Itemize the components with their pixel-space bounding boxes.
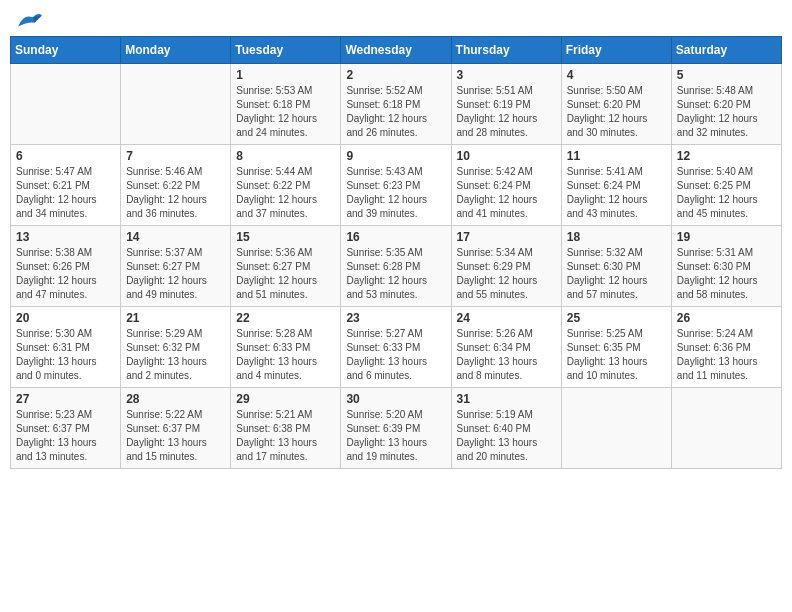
calendar-cell: 19Sunrise: 5:31 AM Sunset: 6:30 PM Dayli…	[671, 226, 781, 307]
day-info: Sunrise: 5:29 AM Sunset: 6:32 PM Dayligh…	[126, 327, 225, 383]
day-number: 23	[346, 311, 445, 325]
day-number: 16	[346, 230, 445, 244]
day-number: 19	[677, 230, 776, 244]
calendar-cell: 11Sunrise: 5:41 AM Sunset: 6:24 PM Dayli…	[561, 145, 671, 226]
calendar-cell: 1Sunrise: 5:53 AM Sunset: 6:18 PM Daylig…	[231, 64, 341, 145]
calendar-cell: 25Sunrise: 5:25 AM Sunset: 6:35 PM Dayli…	[561, 307, 671, 388]
day-number: 25	[567, 311, 666, 325]
page-header	[10, 10, 782, 28]
day-number: 6	[16, 149, 115, 163]
day-number: 26	[677, 311, 776, 325]
day-info: Sunrise: 5:43 AM Sunset: 6:23 PM Dayligh…	[346, 165, 445, 221]
logo	[14, 10, 44, 28]
calendar-cell: 28Sunrise: 5:22 AM Sunset: 6:37 PM Dayli…	[121, 388, 231, 469]
day-info: Sunrise: 5:46 AM Sunset: 6:22 PM Dayligh…	[126, 165, 225, 221]
day-info: Sunrise: 5:48 AM Sunset: 6:20 PM Dayligh…	[677, 84, 776, 140]
day-info: Sunrise: 5:23 AM Sunset: 6:37 PM Dayligh…	[16, 408, 115, 464]
calendar-cell: 21Sunrise: 5:29 AM Sunset: 6:32 PM Dayli…	[121, 307, 231, 388]
day-info: Sunrise: 5:30 AM Sunset: 6:31 PM Dayligh…	[16, 327, 115, 383]
day-number: 14	[126, 230, 225, 244]
day-number: 9	[346, 149, 445, 163]
day-number: 13	[16, 230, 115, 244]
logo-bird-icon	[16, 10, 44, 32]
calendar-cell: 26Sunrise: 5:24 AM Sunset: 6:36 PM Dayli…	[671, 307, 781, 388]
day-info: Sunrise: 5:51 AM Sunset: 6:19 PM Dayligh…	[457, 84, 556, 140]
calendar-cell: 27Sunrise: 5:23 AM Sunset: 6:37 PM Dayli…	[11, 388, 121, 469]
day-info: Sunrise: 5:37 AM Sunset: 6:27 PM Dayligh…	[126, 246, 225, 302]
calendar-cell: 16Sunrise: 5:35 AM Sunset: 6:28 PM Dayli…	[341, 226, 451, 307]
day-info: Sunrise: 5:41 AM Sunset: 6:24 PM Dayligh…	[567, 165, 666, 221]
day-info: Sunrise: 5:44 AM Sunset: 6:22 PM Dayligh…	[236, 165, 335, 221]
day-of-week-header: Tuesday	[231, 37, 341, 64]
day-info: Sunrise: 5:50 AM Sunset: 6:20 PM Dayligh…	[567, 84, 666, 140]
calendar-cell: 6Sunrise: 5:47 AM Sunset: 6:21 PM Daylig…	[11, 145, 121, 226]
day-number: 8	[236, 149, 335, 163]
calendar-cell: 5Sunrise: 5:48 AM Sunset: 6:20 PM Daylig…	[671, 64, 781, 145]
calendar-cell: 22Sunrise: 5:28 AM Sunset: 6:33 PM Dayli…	[231, 307, 341, 388]
day-info: Sunrise: 5:35 AM Sunset: 6:28 PM Dayligh…	[346, 246, 445, 302]
day-number: 20	[16, 311, 115, 325]
calendar-cell: 17Sunrise: 5:34 AM Sunset: 6:29 PM Dayli…	[451, 226, 561, 307]
day-number: 1	[236, 68, 335, 82]
calendar-cell: 14Sunrise: 5:37 AM Sunset: 6:27 PM Dayli…	[121, 226, 231, 307]
day-number: 31	[457, 392, 556, 406]
day-of-week-header: Sunday	[11, 37, 121, 64]
day-info: Sunrise: 5:27 AM Sunset: 6:33 PM Dayligh…	[346, 327, 445, 383]
calendar-table: SundayMondayTuesdayWednesdayThursdayFrid…	[10, 36, 782, 469]
calendar-cell: 10Sunrise: 5:42 AM Sunset: 6:24 PM Dayli…	[451, 145, 561, 226]
day-of-week-header: Wednesday	[341, 37, 451, 64]
calendar-cell: 20Sunrise: 5:30 AM Sunset: 6:31 PM Dayli…	[11, 307, 121, 388]
calendar-cell: 24Sunrise: 5:26 AM Sunset: 6:34 PM Dayli…	[451, 307, 561, 388]
day-info: Sunrise: 5:32 AM Sunset: 6:30 PM Dayligh…	[567, 246, 666, 302]
day-number: 5	[677, 68, 776, 82]
day-info: Sunrise: 5:34 AM Sunset: 6:29 PM Dayligh…	[457, 246, 556, 302]
day-info: Sunrise: 5:42 AM Sunset: 6:24 PM Dayligh…	[457, 165, 556, 221]
day-info: Sunrise: 5:28 AM Sunset: 6:33 PM Dayligh…	[236, 327, 335, 383]
day-of-week-header: Friday	[561, 37, 671, 64]
calendar-cell: 18Sunrise: 5:32 AM Sunset: 6:30 PM Dayli…	[561, 226, 671, 307]
day-info: Sunrise: 5:25 AM Sunset: 6:35 PM Dayligh…	[567, 327, 666, 383]
calendar-cell	[121, 64, 231, 145]
day-number: 2	[346, 68, 445, 82]
calendar-cell: 9Sunrise: 5:43 AM Sunset: 6:23 PM Daylig…	[341, 145, 451, 226]
day-number: 29	[236, 392, 335, 406]
calendar-cell: 3Sunrise: 5:51 AM Sunset: 6:19 PM Daylig…	[451, 64, 561, 145]
day-number: 10	[457, 149, 556, 163]
calendar-cell	[671, 388, 781, 469]
calendar-cell: 15Sunrise: 5:36 AM Sunset: 6:27 PM Dayli…	[231, 226, 341, 307]
day-number: 28	[126, 392, 225, 406]
calendar-cell: 2Sunrise: 5:52 AM Sunset: 6:18 PM Daylig…	[341, 64, 451, 145]
day-info: Sunrise: 5:20 AM Sunset: 6:39 PM Dayligh…	[346, 408, 445, 464]
day-number: 30	[346, 392, 445, 406]
day-number: 15	[236, 230, 335, 244]
day-number: 18	[567, 230, 666, 244]
day-info: Sunrise: 5:24 AM Sunset: 6:36 PM Dayligh…	[677, 327, 776, 383]
day-number: 24	[457, 311, 556, 325]
day-info: Sunrise: 5:52 AM Sunset: 6:18 PM Dayligh…	[346, 84, 445, 140]
day-info: Sunrise: 5:40 AM Sunset: 6:25 PM Dayligh…	[677, 165, 776, 221]
calendar-cell: 12Sunrise: 5:40 AM Sunset: 6:25 PM Dayli…	[671, 145, 781, 226]
day-info: Sunrise: 5:22 AM Sunset: 6:37 PM Dayligh…	[126, 408, 225, 464]
calendar-cell	[561, 388, 671, 469]
calendar-cell: 23Sunrise: 5:27 AM Sunset: 6:33 PM Dayli…	[341, 307, 451, 388]
day-info: Sunrise: 5:53 AM Sunset: 6:18 PM Dayligh…	[236, 84, 335, 140]
day-info: Sunrise: 5:21 AM Sunset: 6:38 PM Dayligh…	[236, 408, 335, 464]
calendar-cell: 31Sunrise: 5:19 AM Sunset: 6:40 PM Dayli…	[451, 388, 561, 469]
calendar-cell: 8Sunrise: 5:44 AM Sunset: 6:22 PM Daylig…	[231, 145, 341, 226]
day-number: 4	[567, 68, 666, 82]
day-number: 17	[457, 230, 556, 244]
day-number: 3	[457, 68, 556, 82]
day-of-week-header: Monday	[121, 37, 231, 64]
day-of-week-header: Thursday	[451, 37, 561, 64]
day-of-week-header: Saturday	[671, 37, 781, 64]
calendar-cell: 13Sunrise: 5:38 AM Sunset: 6:26 PM Dayli…	[11, 226, 121, 307]
day-info: Sunrise: 5:47 AM Sunset: 6:21 PM Dayligh…	[16, 165, 115, 221]
day-number: 27	[16, 392, 115, 406]
day-number: 12	[677, 149, 776, 163]
calendar-cell: 4Sunrise: 5:50 AM Sunset: 6:20 PM Daylig…	[561, 64, 671, 145]
day-info: Sunrise: 5:38 AM Sunset: 6:26 PM Dayligh…	[16, 246, 115, 302]
calendar-cell	[11, 64, 121, 145]
day-number: 22	[236, 311, 335, 325]
calendar-cell: 7Sunrise: 5:46 AM Sunset: 6:22 PM Daylig…	[121, 145, 231, 226]
calendar-cell: 29Sunrise: 5:21 AM Sunset: 6:38 PM Dayli…	[231, 388, 341, 469]
